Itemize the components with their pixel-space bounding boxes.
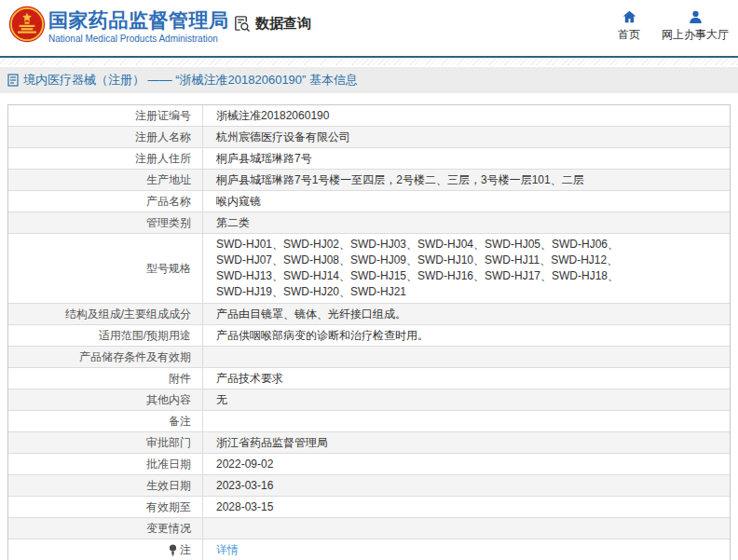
- row-value: [203, 347, 730, 367]
- row-label: 生产地址: [8, 170, 203, 190]
- row-value: 浙械注准20182060190: [203, 105, 730, 126]
- row-label: 管理类别: [8, 212, 203, 233]
- table-row: 产品名称喉内窥镜: [8, 191, 730, 212]
- table-row: 备注: [8, 411, 730, 432]
- row-label: 注册人住所: [8, 148, 203, 169]
- table-row: 生产地址桐庐县城瑶琳路7号1号楼一至四层，2号楼二、三层，3号楼一层101、二层: [8, 170, 730, 191]
- page-subtitle: National Medical Products Administration: [48, 34, 229, 44]
- table-row: 批准日期2022-09-02: [8, 454, 730, 475]
- row-label: 结构及组成/主要组成成分: [8, 304, 203, 324]
- nav-data-query[interactable]: 数据查询: [233, 15, 311, 33]
- table-row: 其他内容无: [8, 389, 730, 411]
- row-value: 2028-03-15: [203, 497, 730, 517]
- page-title: 国家药品监督管理局: [48, 9, 229, 32]
- bulb-icon: [169, 544, 177, 556]
- table-row: 注册证编号浙械注准20182060190: [8, 105, 730, 127]
- row-value: 桐庐县城瑶琳路7号: [203, 148, 730, 169]
- row-value: 杭州宸德医疗设备有限公司: [203, 127, 730, 147]
- nav-service-hall[interactable]: 网上办事大厅: [657, 10, 733, 43]
- row-label: 有效期至: [8, 497, 203, 517]
- table-row: 注详情: [8, 540, 730, 560]
- row-value: 喉内窥镜: [203, 191, 730, 212]
- data-query-icon: [233, 15, 251, 33]
- row-label: 产品名称: [8, 191, 203, 212]
- title-block: 国家药品监督管理局 National Medical Products Admi…: [48, 9, 229, 44]
- table-row: 审批部门浙江省药品监督管理局: [8, 432, 730, 454]
- row-label: 其他内容: [8, 389, 203, 410]
- row-label: 注册人名称: [8, 127, 203, 147]
- row-label: 适用范围/预期用途: [8, 325, 203, 346]
- data-query-label: 数据查询: [255, 15, 311, 33]
- table-row: 产品储存条件及有效期: [8, 347, 730, 368]
- breadcrumb-text: 境内医疗器械（注册） —— “浙械注准20182060190” 基本信息: [23, 72, 358, 89]
- row-value: 浙江省药品监督管理局: [203, 432, 730, 453]
- row-label: 变更情况: [8, 518, 203, 539]
- row-label: 产品储存条件及有效期: [8, 347, 203, 367]
- table-row: 生效日期2023-03-16: [8, 475, 730, 497]
- row-label: 注册证编号: [8, 105, 203, 126]
- home-icon: [622, 10, 636, 23]
- breadcrumb: 境内医疗器械（注册） —— “浙械注准20182060190” 基本信息: [0, 67, 738, 93]
- national-emblem-logo: [8, 6, 46, 43]
- row-label: 型号规格: [8, 234, 203, 303]
- row-value: 2023-03-16: [203, 475, 730, 496]
- nav-home[interactable]: 首页: [610, 10, 648, 43]
- table-row: 管理类别第二类: [8, 212, 730, 234]
- row-label: 注: [8, 540, 203, 560]
- row-value: 产品技术要求: [203, 368, 730, 389]
- row-value: [203, 518, 730, 539]
- row-value: [203, 411, 730, 431]
- row-value: 2022-09-02: [203, 454, 730, 474]
- hatch-strip: [0, 58, 738, 65]
- nav-service-hall-label: 网上办事大厅: [662, 27, 729, 43]
- model-spec-text: SWD-HJ01、SWD-HJ02、SWD-HJ03、SWD-HJ04、SWD-…: [216, 237, 619, 300]
- row-value: 桐庐县城瑶琳路7号1号楼一至四层，2号楼二、三层，3号楼一层101、二层: [203, 170, 730, 190]
- row-value: 第二类: [203, 212, 730, 233]
- details-link[interactable]: 详情: [216, 542, 239, 558]
- table-row: 变更情况: [8, 518, 730, 540]
- row-label: 审批部门: [8, 432, 203, 453]
- row-value: 产品供咽喉部病变的诊断和治疗检查时用。: [203, 325, 730, 346]
- table-row: 有效期至2028-03-15: [8, 497, 730, 518]
- table-row: 结构及组成/主要组成成分产品由目镜罩、镜体、光纤接口组成。: [8, 304, 730, 325]
- table-row: 型号规格SWD-HJ01、SWD-HJ02、SWD-HJ03、SWD-HJ04、…: [8, 234, 730, 304]
- info-table: 注册证编号浙械注准20182060190注册人名称杭州宸德医疗设备有限公司注册人…: [7, 104, 731, 560]
- user-icon: [689, 10, 703, 23]
- row-label: 批准日期: [8, 454, 203, 474]
- row-label: 备注: [8, 411, 203, 431]
- document-icon: [7, 74, 19, 87]
- header: 国家药品监督管理局 National Medical Products Admi…: [0, 0, 738, 56]
- table-row: 注册人名称杭州宸德医疗设备有限公司: [8, 127, 730, 148]
- row-label: 生效日期: [8, 475, 203, 496]
- table-row: 注册人住所桐庐县城瑶琳路7号: [8, 148, 730, 170]
- row-value: 产品由目镜罩、镜体、光纤接口组成。: [203, 304, 730, 324]
- row-value: 详情: [203, 540, 730, 560]
- row-value: 无: [203, 389, 730, 410]
- row-value: SWD-HJ01、SWD-HJ02、SWD-HJ03、SWD-HJ04、SWD-…: [203, 234, 730, 303]
- table-row: 适用范围/预期用途产品供咽喉部病变的诊断和治疗检查时用。: [8, 325, 730, 347]
- nav-home-label: 首页: [618, 27, 640, 43]
- table-row: 附件产品技术要求: [8, 368, 730, 389]
- row-label: 附件: [8, 368, 203, 389]
